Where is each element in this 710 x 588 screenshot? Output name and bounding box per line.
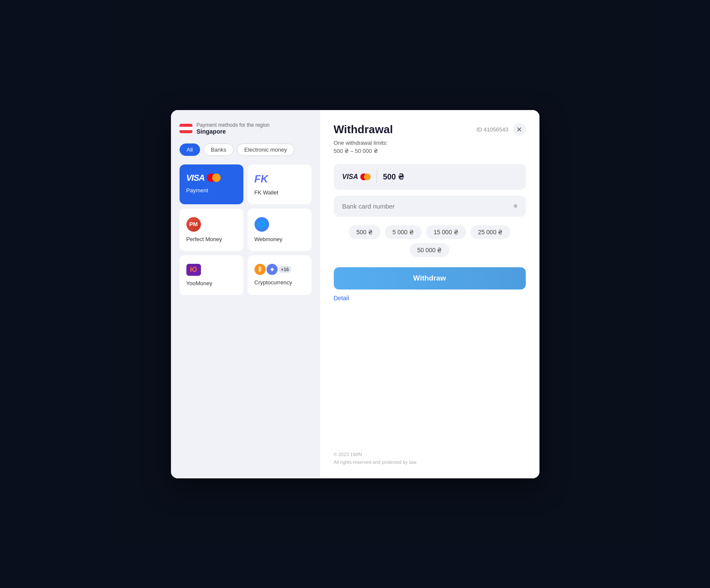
right-panel: Withdrawal ID 41056543 ✕ One withdrawal … <box>320 110 539 478</box>
crypto-label: Cryptocurrency <box>255 279 292 286</box>
limits-text: One withdrawal limits: 500 ₴ – 50 000 ₴ <box>334 139 526 155</box>
payment-method-crypto[interactable]: ₿ ◆ +16 Cryptocurrency <box>248 255 312 295</box>
quick-amount-50000[interactable]: 50 000 ₴ <box>410 243 450 257</box>
visa-small-logo: VISA <box>342 173 371 181</box>
mc-circles-small <box>360 173 371 180</box>
withdraw-button[interactable]: Withdraw <box>334 267 526 290</box>
filter-electronic-money[interactable]: Electronic money <box>237 143 294 156</box>
visa-text: VISA <box>186 173 205 183</box>
amount-selector[interactable]: VISA 500 ₴ <box>334 164 526 190</box>
eth-icon: ◆ <box>267 264 278 275</box>
filter-banks[interactable]: Banks <box>204 143 234 156</box>
region-name: Singapore <box>197 128 270 135</box>
btc-icon: ₿ <box>255 264 266 275</box>
visa-label: Payment <box>186 187 208 194</box>
withdrawal-modal: Payment methods for the region Singapore… <box>171 110 539 478</box>
region-text: Payment methods for the region Singapore <box>197 122 270 135</box>
footer: © 2023 1WIN All rights reserved and prot… <box>334 442 526 466</box>
payment-method-visa[interactable]: VISA Payment <box>180 164 243 204</box>
bank-card-input-wrap[interactable] <box>334 196 526 217</box>
footer-rights: All rights reserved and protected by law… <box>334 459 526 466</box>
payment-method-perfectmoney[interactable]: PM Perfect Money <box>180 209 243 251</box>
webmoney-label: Webmoney <box>255 236 283 242</box>
transaction-id: ID 41056543 <box>476 126 508 133</box>
payment-method-fkwallet[interactable]: FK FK Wallet <box>248 164 312 204</box>
mc-yellow-sm <box>364 173 371 180</box>
withdrawal-title: Withdrawal <box>334 123 393 136</box>
quick-amount-25000[interactable]: 25 000 ₴ <box>470 225 511 239</box>
dot-indicator <box>514 204 517 208</box>
payment-method-yoomoney[interactable]: Ю YooMoney <box>180 255 243 295</box>
quick-amount-15000[interactable]: 15 000 ₴ <box>426 225 466 239</box>
yoomoney-label: YooMoney <box>186 280 213 287</box>
payment-method-webmoney[interactable]: 🌐 Webmoney <box>248 209 312 251</box>
mc-circles <box>207 173 221 182</box>
wm-icon: 🌐 <box>255 217 269 232</box>
filter-all[interactable]: All <box>180 143 200 156</box>
visa-logo: VISA <box>186 173 221 183</box>
fkwallet-label: FK Wallet <box>255 189 279 196</box>
detail-link[interactable]: Detail <box>334 295 526 301</box>
region-header: Payment methods for the region Singapore <box>180 122 312 135</box>
perfectmoney-label: Perfect Money <box>186 236 222 242</box>
bank-card-input[interactable] <box>342 203 514 210</box>
yoo-icon: Ю <box>186 264 201 276</box>
mc-yellow-circle <box>212 173 221 182</box>
flag-icon <box>180 124 192 133</box>
footer-copyright: © 2023 1WIN <box>334 451 526 459</box>
quick-amount-5000[interactable]: 5 000 ₴ <box>385 225 422 239</box>
id-close-group: ID 41056543 ✕ <box>476 123 525 136</box>
left-panel: Payment methods for the region Singapore… <box>171 110 320 478</box>
crypto-icons: ₿ ◆ +16 <box>255 264 292 275</box>
limits-line1: One withdrawal limits: <box>334 140 388 146</box>
amount-divider <box>377 171 377 183</box>
quick-amount-500[interactable]: 500 ₴ <box>349 225 380 239</box>
payment-grid: VISA Payment FK FK Wallet PM Perfect Mon… <box>180 164 312 295</box>
pm-icon: PM <box>186 217 201 232</box>
fk-logo: FK <box>255 173 268 185</box>
crypto-plus-badge: +16 <box>279 266 292 273</box>
limits-line2: 500 ₴ – 50 000 ₴ <box>334 148 378 154</box>
quick-amounts: 500 ₴ 5 000 ₴ 15 000 ₴ 25 000 ₴ 50 000 ₴ <box>334 225 526 257</box>
close-button[interactable]: ✕ <box>513 123 526 136</box>
region-label: Payment methods for the region <box>197 122 270 128</box>
filter-row: All Banks Electronic money <box>180 143 312 156</box>
right-header: Withdrawal ID 41056543 ✕ <box>334 123 526 136</box>
amount-value: 500 ₴ <box>383 172 517 182</box>
visa-text-small: VISA <box>342 173 358 181</box>
